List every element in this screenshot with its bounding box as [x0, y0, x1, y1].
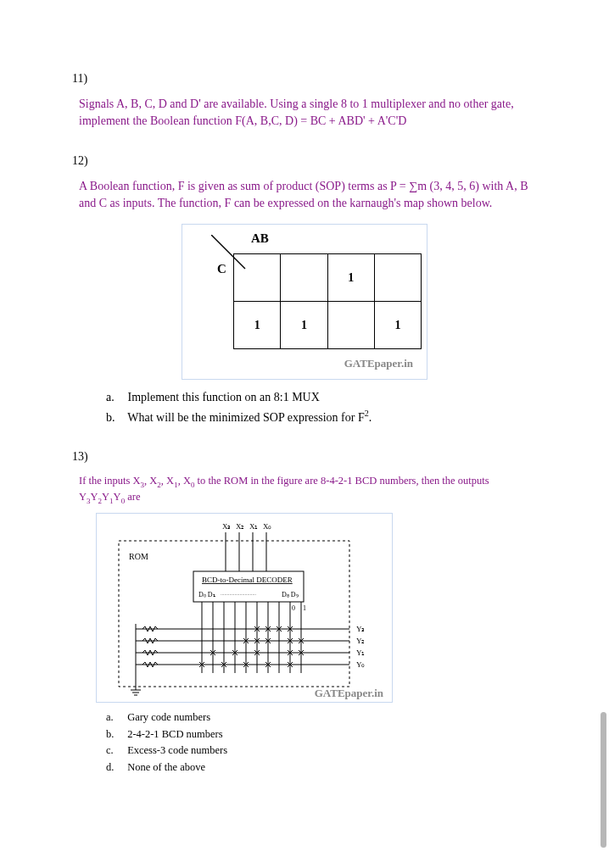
rom-input-x0: X₀ [263, 522, 272, 531]
q12-text: A Boolean function, F is given as sum of… [72, 178, 537, 213]
rom-output-y2: Y₂ [356, 637, 366, 645]
page-content: 11) Signals A, B, C, D and D' are availa… [0, 0, 609, 833]
kmap-cell-0-3 [374, 254, 421, 302]
decoder-d-right: D₈ D₉ [282, 591, 299, 598]
q12-number: 12) [72, 154, 537, 168]
q12-part-a: a. Implement this function on an 8:1 MUX [106, 388, 537, 407]
scrollbar-thumb[interactable] [601, 712, 606, 848]
q13-c-text: Excess-3 code numbers [127, 744, 227, 756]
q13-a-text: Gary code numbers [127, 711, 210, 723]
rom-watermark: GATEpaper.in [315, 687, 383, 700]
question-12: 12) A Boolean function, F is given as su… [72, 154, 537, 427]
q11-number: 11) [72, 72, 537, 86]
kmap-cell-0-0 [234, 254, 281, 302]
rom-output-y3: Y₃ [356, 625, 366, 633]
decoder-dots: ···························· [221, 593, 257, 598]
question-11: 11) Signals A, B, C, D and D' are availa… [72, 72, 537, 131]
q13-d-text: None of the above [127, 761, 205, 773]
q13-option-c: c. Excess-3 code numbers [106, 743, 537, 759]
q11-text: Signals A, B, C, D and D' are available.… [72, 96, 537, 131]
rom-figure: X₃ X₂ X₁ X₀ ROM BCD-to-Decimal DECODER D… [96, 513, 393, 703]
kmap-cell-1-0: 1 [234, 302, 281, 349]
kmap-cell-1-2 [327, 302, 374, 349]
q13-d-label: d. [106, 760, 125, 776]
rom-input-x3: X₃ [222, 522, 232, 531]
rom-label: ROM [129, 552, 148, 561]
q13-option-a: a. Gary code numbers [106, 709, 537, 726]
q13-b-label: b. [106, 726, 125, 743]
kmap-figure: AB C 1 1 1 1 [182, 224, 427, 380]
kmap-watermark: GATEpaper.in [344, 357, 413, 370]
decoder-d-left: D₀ D₁ [198, 591, 215, 598]
rom-diagram: X₃ X₂ X₁ X₀ ROM BCD-to-Decimal DECODER D… [102, 520, 386, 698]
q13-b-text: 2-4-2-1 BCD numbers [127, 728, 223, 740]
decoder-label: BCD-to-Decimal DECODER [202, 576, 293, 584]
question-13: 13) If the inputs X3, X2, X1, X0 to the … [72, 450, 537, 776]
rom-bit-1: 1 [303, 604, 306, 612]
q12-part-b: b. What will be the minimized SOP expres… [106, 407, 537, 426]
q12-b-text: What will be the minimized SOP expressio… [127, 411, 372, 424]
q13-option-d: d. None of the above [106, 760, 537, 776]
rom-output-y0: Y₀ [356, 660, 366, 669]
q12-a-label: a. [106, 388, 125, 407]
q13-c-label: c. [106, 743, 125, 759]
q13-a-label: a. [106, 709, 125, 726]
kmap-cell-0-1 [281, 254, 327, 302]
rom-bit-0: 0 [292, 604, 295, 612]
q12-a-text: Implement this function on an 8:1 MUX [128, 391, 320, 403]
rom-output-y1: Y₁ [356, 648, 366, 657]
kmap-cell-1-3: 1 [374, 302, 421, 349]
rom-input-x1: X₁ [249, 522, 259, 531]
q13-number: 13) [72, 450, 537, 464]
q13-intro: If the inputs X3, X2, X1, X0 to the ROM … [72, 474, 537, 506]
q13-option-b: b. 2-4-2-1 BCD numbers [106, 726, 537, 743]
q12-b-label: b. [106, 409, 125, 427]
kmap-cell-0-2: 1 [327, 254, 374, 302]
kmap-grid: 1 1 1 1 [233, 253, 422, 349]
kmap-cell-1-1: 1 [281, 302, 327, 349]
rom-input-x2: X₂ [236, 522, 245, 531]
